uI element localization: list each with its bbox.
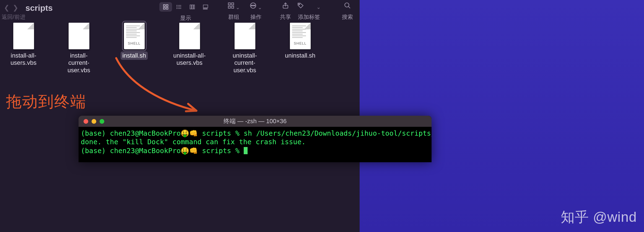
terminal-window: 终端 — -zsh — 100×36 (base) chen23@MacBook… (79, 116, 432, 162)
file-item[interactable]: uninstall-all-users.vbs (169, 23, 210, 74)
file-name: uninstall-current-user.vbs (224, 51, 266, 74)
shell-file-icon (124, 23, 145, 49)
file-name: uninstall-all-users.vbs (169, 51, 210, 67)
svg-rect-17 (228, 3, 230, 5)
file-name: install.sh (121, 51, 148, 60)
svg-rect-11 (192, 5, 193, 9)
svg-rect-1 (166, 5, 168, 6)
svg-point-27 (345, 3, 349, 7)
view-icon-mode[interactable] (159, 2, 172, 12)
svg-rect-3 (166, 7, 168, 9)
action-button[interactable]: ⌄ (250, 2, 262, 11)
file-item[interactable]: uninstall.sh (279, 23, 321, 74)
view-label: 显示 (180, 14, 191, 22)
svg-rect-15 (205, 9, 206, 9)
file-name: install-all-users.vbs (3, 51, 44, 67)
finder-titlebar: ❮ ❯ scripts 返回/前进 (0, 0, 360, 19)
file-name: install-current-user.vbs (58, 51, 100, 74)
shell-file-icon (290, 23, 311, 49)
file-item[interactable]: uninstall-current-user.vbs (224, 23, 266, 74)
svg-point-23 (251, 5, 252, 6)
terminal-cursor (244, 147, 248, 154)
svg-rect-18 (232, 3, 234, 5)
group-label: 群组 (228, 13, 239, 21)
svg-rect-19 (228, 6, 230, 8)
nav-back-button[interactable]: ❮ (4, 4, 9, 12)
nav-back-forward-label: 返回/前进 (2, 13, 25, 21)
annotation-text: 拖动到终端 (6, 91, 86, 112)
file-item[interactable]: install.sh (113, 23, 155, 74)
svg-rect-16 (206, 9, 207, 9)
watermark-text: 知乎 @wind (561, 208, 637, 226)
svg-point-24 (254, 5, 255, 6)
terminal-titlebar[interactable]: 终端 — -zsh — 100×36 (79, 116, 432, 127)
search-button[interactable] (344, 2, 351, 11)
view-column-mode[interactable] (186, 2, 199, 12)
view-list-mode[interactable] (173, 2, 185, 12)
share-button[interactable] (282, 2, 289, 11)
svg-rect-12 (194, 5, 195, 9)
svg-rect-14 (203, 9, 204, 9)
svg-point-8 (177, 7, 177, 7)
terminal-body[interactable]: (base) chen23@MacBookPro🤑👊 scripts % sh … (79, 127, 432, 157)
share-label: 共享 (280, 13, 291, 21)
file-item[interactable]: install-current-user.vbs (58, 23, 100, 74)
svg-point-7 (177, 5, 177, 6)
view-gallery-mode[interactable] (199, 2, 212, 12)
folder-title: scripts (25, 2, 53, 13)
svg-point-9 (177, 8, 177, 9)
document-file-icon (235, 23, 255, 49)
svg-point-26 (299, 4, 300, 5)
tags-chevron[interactable]: ⌄ (308, 2, 321, 11)
view-mode-segmented[interactable] (158, 1, 213, 13)
nav-forward-button[interactable]: ❯ (13, 4, 18, 12)
file-name: uninstall.sh (283, 51, 317, 60)
group-button[interactable]: ⌄ (227, 2, 240, 11)
svg-rect-13 (203, 5, 208, 8)
document-file-icon (69, 23, 89, 49)
svg-point-22 (253, 5, 253, 6)
svg-rect-20 (232, 6, 234, 8)
search-label: 搜索 (342, 13, 353, 21)
files-grid: install-all-users.vbsinstall-current-use… (3, 23, 321, 74)
svg-rect-0 (163, 5, 165, 6)
tags-button[interactable] (297, 2, 304, 11)
svg-line-28 (348, 6, 350, 8)
terminal-title: 终端 — -zsh — 100×36 (79, 117, 432, 125)
file-item[interactable]: install-all-users.vbs (3, 23, 44, 74)
action-label: 操作 (250, 13, 261, 21)
tags-label: 添加标签 (298, 13, 320, 21)
document-file-icon (179, 23, 200, 49)
svg-rect-10 (190, 5, 191, 9)
svg-rect-2 (163, 7, 165, 9)
document-file-icon (13, 23, 34, 49)
